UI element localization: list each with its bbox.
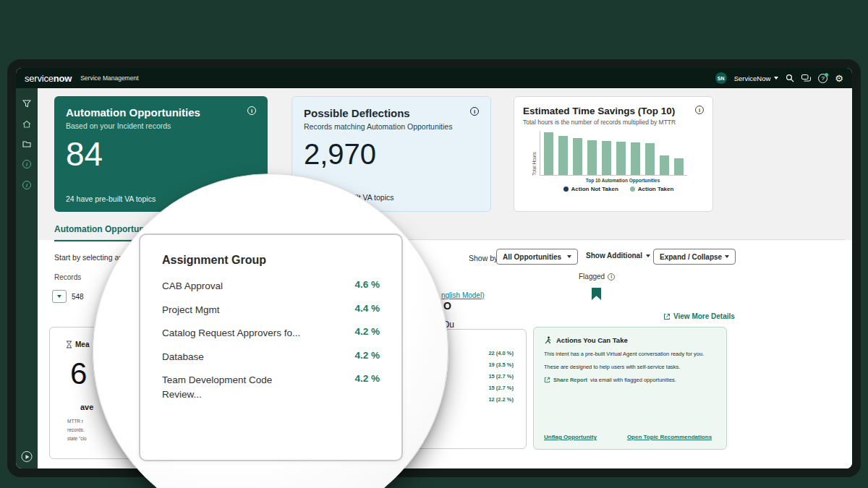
notification-dot: [825, 73, 828, 77]
opportunity-link-fragment[interactable]: nglish Model): [441, 291, 484, 299]
servicenow-logo: servicenow: [25, 73, 72, 84]
chart-legend: Action Not Taken Action Taken: [533, 186, 704, 192]
breakdown-value: 12 (2.2 %): [447, 395, 514, 407]
expand-collapse-dropdown[interactable]: Expand / Collapse: [653, 249, 736, 265]
show-by-value: All Opportunities: [503, 253, 561, 261]
legend-item: Action Taken: [630, 186, 674, 192]
show-additional-label: Show Additional: [586, 252, 642, 260]
left-sidebar: [16, 88, 38, 468]
play-triangle: [25, 455, 29, 459]
x-axis-label: Top 10 Automation Opportunities: [542, 178, 704, 183]
records-column-label: Records: [54, 273, 81, 281]
lens-list-item[interactable]: CAB Approval4.6 %: [162, 279, 380, 294]
breakdown-value: 15 (2.7 %): [447, 372, 514, 384]
hourglass-icon: [66, 341, 72, 348]
share-report-link[interactable]: Share Report: [553, 377, 587, 383]
bar: [616, 142, 626, 175]
view-more-details-link[interactable]: View More Details: [663, 312, 735, 320]
metric-note-line: records.: [67, 426, 87, 435]
avatar[interactable]: SN: [715, 72, 727, 84]
bar: [645, 143, 655, 175]
flag-icon[interactable]: [592, 288, 601, 300]
unflag-opportunity-link[interactable]: Unflag Opportunity: [544, 434, 597, 440]
card-subtitle: Based on your Incident records: [66, 121, 256, 130]
lens-list-item[interactable]: Team Development Code Review...4.2 %: [162, 373, 380, 401]
lens-list-item[interactable]: Database4.2 %: [162, 350, 380, 364]
logo-text-now: now: [54, 73, 72, 84]
metric-value: 6: [70, 356, 87, 391]
card-footnote: 24 have pre-built VA topics: [66, 194, 156, 203]
search-icon[interactable]: [786, 74, 794, 82]
help-icon[interactable]: [818, 74, 827, 83]
filter-icon[interactable]: [22, 100, 31, 108]
open-topic-recommendations-link[interactable]: Open Topic Recommendations: [627, 434, 712, 440]
app-header: servicenow Service Management SN Service…: [16, 68, 852, 88]
automation-count: 84: [66, 137, 256, 171]
info-icon[interactable]: [22, 160, 31, 168]
runner-icon: [544, 336, 552, 344]
text-fragment: O: [443, 300, 451, 312]
metric-note-line: state "clo: [67, 435, 87, 443]
home-icon[interactable]: [22, 120, 31, 128]
legend-label: Action Not Taken: [571, 186, 618, 192]
bar: [631, 142, 640, 175]
card-title: Automation Opportunities: [66, 106, 200, 119]
time-savings-card: Estimated Time Savings (Top 10) Total ho…: [514, 96, 713, 212]
legend-item: Action Not Taken: [563, 186, 618, 192]
lens-list-item[interactable]: Catalog Request Approvers fo...4.2 %: [162, 326, 380, 341]
record-count: 548: [72, 293, 84, 301]
legend-dot-action-taken: [630, 187, 635, 192]
legend-dot-action-not-taken: [563, 187, 569, 192]
actions-line-1: This intent has a pre-built Virtual Agen…: [544, 351, 716, 357]
lens-item-value: 4.4 %: [354, 303, 380, 314]
chevron-down-icon: [646, 254, 650, 257]
card-title: Possible Deflections: [304, 107, 410, 119]
card-title: Estimated Time Savings (Top 10): [523, 106, 675, 116]
lens-list: CAB Approval4.6 %Project Mgmt4.4 %Catalo…: [162, 279, 380, 401]
breakdown-values: 22 (4.0 %)19 (3.5 %)15 (2.7 %)15 (2.7 %)…: [447, 349, 514, 407]
bar: [573, 138, 582, 175]
share-report-rest: via email with flagged opportunities.: [590, 377, 676, 383]
conversations-icon[interactable]: [801, 74, 811, 82]
share-report-line: Share Report via email with flagged oppo…: [544, 377, 716, 383]
info-icon[interactable]: [695, 106, 704, 114]
assignment-group-card: Assignment Group CAB Approval4.6 %Projec…: [139, 234, 403, 461]
show-by-label: Show by: [469, 254, 498, 262]
metric-header: Mea: [66, 341, 89, 348]
metric-note-line: MTTR r: [67, 417, 87, 426]
expand-collapse-label: Expand / Collapse: [660, 253, 722, 261]
actions-card-links: Unflag Opportunity Open Topic Recommenda…: [544, 434, 712, 440]
chevron-down-icon: [774, 77, 778, 80]
expand-row-button[interactable]: [52, 290, 67, 303]
folder-icon[interactable]: [22, 140, 31, 147]
lens-item-value: 4.2 %: [354, 373, 380, 384]
card-subtitle: Records matching Automation Opportunitie…: [304, 122, 479, 131]
lens-item-label: Database: [162, 350, 204, 364]
card-subtitle: Total hours is the number of records mul…: [523, 119, 704, 126]
time-savings-bars: [540, 131, 687, 176]
time-savings-chart: Total Hours: [532, 131, 704, 176]
info-icon[interactable]: [247, 106, 256, 115]
lens-item-value: 4.2 %: [354, 350, 380, 361]
about-icon[interactable]: [22, 181, 31, 189]
metric-label-fragment: Mea: [75, 341, 89, 348]
info-icon[interactable]: [470, 107, 479, 116]
info-icon[interactable]: [608, 273, 615, 281]
user-menu-label: ServiceNow: [734, 74, 771, 82]
user-menu[interactable]: ServiceNow: [734, 74, 779, 82]
actions-you-can-take-card: Actions You Can Take This intent has a p…: [533, 327, 727, 450]
show-by-dropdown[interactable]: All Opportunities: [496, 249, 578, 265]
breakdown-value: 22 (4.0 %): [447, 349, 514, 361]
actions-line-2: These are designed to help users with se…: [544, 364, 716, 370]
view-more-details-text: View More Details: [673, 312, 735, 320]
gear-icon[interactable]: ⚙: [835, 74, 843, 83]
play-icon[interactable]: [22, 451, 33, 462]
breakdown-value: 15 (2.7 %): [447, 384, 514, 395]
bar: [602, 141, 611, 175]
flagged-text: Flagged: [579, 273, 605, 281]
lens-list-item[interactable]: Project Mgmt4.4 %: [162, 303, 380, 317]
lens-item-label: CAB Approval: [162, 279, 223, 294]
show-additional-dropdown[interactable]: Show Additional: [586, 252, 650, 260]
metric-unit-fragment: ave: [80, 403, 93, 411]
chevron-down-icon: [57, 295, 61, 298]
